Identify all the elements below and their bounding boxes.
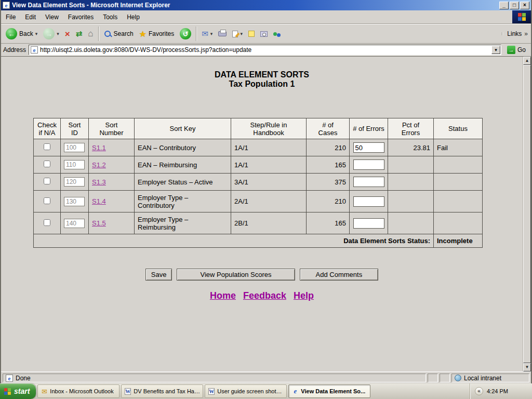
forward-button[interactable]: → ▾ xyxy=(41,26,62,41)
cell-sort-number: S1.1 xyxy=(89,139,135,156)
links-label[interactable]: Links xyxy=(507,30,522,37)
history-button[interactable]: ↺ xyxy=(177,26,194,41)
minimize-button[interactable]: _ xyxy=(499,2,509,9)
table-row: S1.4 Employer Type – Contributory 2A/1 2… xyxy=(34,191,483,212)
feedback-link[interactable]: Feedback xyxy=(243,290,286,301)
cell-status: Fail xyxy=(434,139,483,156)
menu-tools[interactable]: Tools xyxy=(98,10,122,23)
print-button[interactable] xyxy=(216,30,229,38)
forward-dropdown-icon[interactable]: ▾ xyxy=(57,31,59,36)
mail-dropdown-icon[interactable]: ▾ xyxy=(210,31,213,36)
sorts-table: Check if N/A Sort ID Sort Number Sort Ke… xyxy=(33,118,483,248)
start-button[interactable]: start xyxy=(0,383,36,399)
favorites-button[interactable]: ★ Favorites xyxy=(137,28,177,41)
errors-input[interactable] xyxy=(353,159,384,170)
na-checkbox[interactable] xyxy=(44,161,50,167)
nav-links: HomeFeedbackHelp xyxy=(1,290,523,301)
back-button[interactable]: ← Back ▾ xyxy=(3,26,40,41)
tray-chevron-icon[interactable]: « xyxy=(475,387,483,395)
taskbar-button-label: User guide screen shots ... xyxy=(217,388,284,394)
na-checkbox[interactable] xyxy=(44,197,50,204)
back-icon: ← xyxy=(6,28,17,39)
sort-number-link[interactable]: S1.3 xyxy=(92,178,106,186)
sort-id-input[interactable] xyxy=(64,160,85,169)
mail-button[interactable]: ✉ ▾ xyxy=(199,28,215,40)
taskbar-button-word-doc2[interactable]: W User guide screen shots ... xyxy=(205,384,287,398)
errors-input[interactable] xyxy=(353,218,384,229)
sort-id-input[interactable] xyxy=(64,197,85,206)
discuss-button[interactable] xyxy=(246,29,257,38)
menu-edit[interactable]: Edit xyxy=(20,10,41,23)
errors-input[interactable] xyxy=(353,196,384,207)
cell-sort-id xyxy=(61,212,89,234)
sort-number-link[interactable]: S1.1 xyxy=(92,144,106,152)
ie-icon: e xyxy=(291,387,299,395)
cell-step-rule: 1A/1 xyxy=(231,139,307,156)
home-link[interactable]: Home xyxy=(210,290,236,301)
taskbar-button-word-doc1[interactable]: W DV Benefits and Tax Han... xyxy=(121,384,203,398)
cell-sort-key: Employer Type – Reimbursing xyxy=(135,212,231,234)
stop-button[interactable]: × xyxy=(62,28,73,40)
links-chevron-icon[interactable]: » xyxy=(524,30,528,37)
na-checkbox[interactable] xyxy=(44,219,50,226)
sort-number-link[interactable]: S1.5 xyxy=(92,219,106,227)
header-status: Status xyxy=(434,118,483,139)
cell-sort-id xyxy=(61,174,89,191)
status-message: Done xyxy=(16,375,31,382)
save-button[interactable]: Save xyxy=(145,269,172,281)
sort-number-link[interactable]: S1.4 xyxy=(92,197,106,205)
taskbar-button-label: Inbox - Microsoft Outlook xyxy=(50,388,113,394)
taskbar-button-outlook[interactable]: ✉ Inbox - Microsoft Outlook xyxy=(37,384,119,398)
header-step-rule: Step/Rule in Handbook xyxy=(231,118,307,139)
research-button[interactable] xyxy=(258,30,270,38)
home-button[interactable]: ⌂ xyxy=(85,27,96,41)
scroll-up-icon[interactable]: ▲ xyxy=(523,57,531,65)
taskbar-button-ie-active[interactable]: e View Data Element So... xyxy=(288,384,370,398)
cell-step-rule: 2A/1 xyxy=(231,191,307,212)
sort-id-input[interactable] xyxy=(64,143,85,152)
maximize-button[interactable]: □ xyxy=(510,2,519,9)
scroll-down-icon[interactable]: ▼ xyxy=(523,363,531,371)
sort-number-link[interactable]: S1.2 xyxy=(92,161,106,169)
search-button[interactable]: Search xyxy=(101,29,136,39)
header-pct: Pct of Errors xyxy=(388,118,434,139)
menu-view[interactable]: View xyxy=(41,10,63,23)
help-link[interactable]: Help xyxy=(294,290,314,301)
address-input[interactable] xyxy=(40,46,489,54)
table-row: S1.3 Employer Status – Active 3A/1 375 xyxy=(34,174,483,191)
sort-id-input[interactable] xyxy=(64,177,85,187)
edit-dropdown-icon[interactable]: ▾ xyxy=(240,31,243,36)
go-button[interactable]: → Go xyxy=(504,45,529,55)
address-dropdown-icon[interactable]: ▾ xyxy=(491,46,500,54)
sort-id-input[interactable] xyxy=(64,219,85,228)
errors-input[interactable] xyxy=(353,177,384,187)
close-button[interactable]: × xyxy=(520,2,529,9)
cell-cases: 165 xyxy=(307,212,350,234)
menu-favorites[interactable]: Favorites xyxy=(63,10,98,23)
refresh-button[interactable]: ⇄ xyxy=(73,28,85,40)
na-checkbox[interactable] xyxy=(44,143,50,150)
messenger-button[interactable] xyxy=(271,31,283,37)
screen: e View Data Element Sorts - Microsoft In… xyxy=(0,0,532,399)
clock: 4:24 PM xyxy=(487,388,508,394)
sorts-status-label: Data Element Sorts Status: xyxy=(34,234,434,248)
menu-file[interactable]: File xyxy=(1,10,20,23)
cell-pct xyxy=(388,212,434,234)
vertical-scrollbar[interactable]: ▲ ▼ xyxy=(523,57,531,371)
errors-input[interactable] xyxy=(353,142,384,153)
add-comments-button[interactable]: Add Comments xyxy=(300,269,379,281)
home-icon: ⌂ xyxy=(88,29,93,39)
cell-step-rule: 1A/1 xyxy=(231,156,307,174)
viewport: DATA ELEMENT SORTS Tax Population 1 Chec… xyxy=(1,57,531,371)
print-icon xyxy=(218,31,227,36)
cell-status xyxy=(434,191,483,212)
edit-button[interactable]: ▾ xyxy=(230,29,245,39)
back-dropdown-icon[interactable]: ▾ xyxy=(35,31,38,36)
cell-pct: 23.81 xyxy=(388,139,434,156)
view-population-scores-button[interactable]: View Population Scores xyxy=(177,269,295,281)
scrollbar-thumb[interactable] xyxy=(523,65,531,363)
na-checkbox[interactable] xyxy=(44,178,50,184)
cell-pct xyxy=(388,191,434,212)
menu-help[interactable]: Help xyxy=(122,10,144,23)
status-message-panel: e Done xyxy=(3,374,426,382)
